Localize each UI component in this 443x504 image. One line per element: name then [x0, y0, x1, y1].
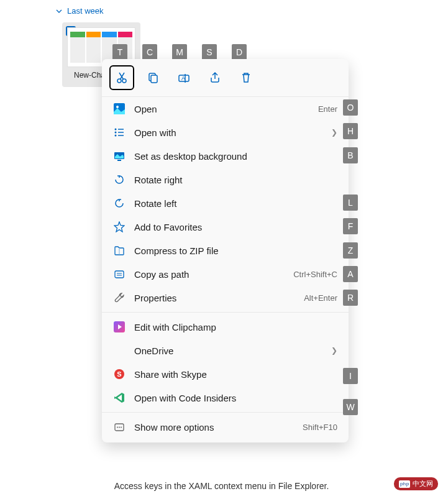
menu-label: Compress to ZIP file [134, 245, 337, 256]
svg-point-27 [117, 427, 118, 428]
access-key-compress: Z [343, 242, 358, 259]
trash-icon [240, 71, 252, 84]
menu-label: Set as desktop background [134, 151, 337, 162]
svg-point-1 [122, 79, 126, 83]
menu-label: Open with Code Insiders [134, 393, 337, 403]
share-button[interactable] [203, 65, 227, 90]
svg-point-10 [116, 106, 119, 108]
menu-show-more[interactable]: Show more options Shift+F10 [102, 415, 349, 439]
access-key-share: S [202, 44, 217, 60]
menu-shortcut: Ctrl+Shift+C [293, 270, 337, 279]
section-label: Last week [67, 6, 104, 16]
menu-open[interactable]: Open Enter [102, 97, 349, 121]
separator [102, 312, 349, 313]
context-menu: A Open Enter Open with ❯ Set as desktop … [102, 59, 349, 442]
watermark-text: 中文网 [413, 479, 433, 488]
scissors-icon [116, 71, 128, 84]
open-with-icon [113, 126, 126, 139]
svg-point-12 [115, 132, 117, 134]
menu-label: Add to Favorites [134, 222, 337, 232]
clipchamp-icon [113, 321, 126, 333]
menu-code-insiders[interactable]: Open with Code Insiders [102, 386, 349, 410]
php-logo-icon: php [399, 480, 410, 488]
onedrive-icon [113, 344, 126, 357]
section-header[interactable]: Last week [56, 6, 104, 16]
photo-icon [113, 103, 126, 115]
menu-label: Copy as path [134, 269, 293, 280]
access-key-background: B [343, 147, 358, 163]
menu-set-background[interactable]: Set as desktop background [102, 144, 349, 168]
access-key-code: W [343, 399, 358, 415]
menu-onedrive[interactable]: OneDrive ❯ [102, 339, 349, 362]
svg-rect-18 [117, 160, 121, 161]
menu-shortcut: Shift+F10 [303, 423, 337, 432]
cut-button[interactable] [109, 65, 134, 90]
menu-properties[interactable]: Properties Alt+Enter [102, 286, 349, 309]
zip-icon [113, 244, 126, 257]
copy-button[interactable] [140, 65, 165, 90]
access-key-favorites: F [343, 218, 358, 234]
copy-path-icon [113, 268, 126, 280]
wrench-icon [113, 291, 126, 304]
menu-label: Edit with Clipchamp [134, 322, 337, 332]
access-key-rename: M [172, 44, 187, 60]
menu-label: Rotate right [134, 175, 337, 185]
menu-favorites[interactable]: Add to Favorites [102, 215, 349, 239]
svg-point-28 [119, 427, 120, 428]
access-key-copy-path: A [343, 266, 358, 282]
svg-point-13 [115, 135, 117, 137]
access-key-cut: T [112, 44, 127, 60]
rename-button[interactable]: A [171, 65, 196, 90]
vscode-icon [113, 392, 126, 404]
svg-text:S: S [117, 370, 121, 378]
watermark: php 中文网 [394, 477, 438, 490]
svg-rect-20 [115, 271, 124, 278]
menu-label: Show more options [134, 422, 303, 433]
menu-label: Rotate left [134, 198, 337, 209]
svg-point-0 [117, 79, 121, 83]
more-icon [113, 421, 126, 433]
menu-shortcut: Enter [318, 104, 337, 114]
caption: Access keys in the XAML context menu in … [0, 481, 443, 491]
menu-label: OneDrive [134, 346, 331, 356]
rotate-right-icon [113, 173, 126, 186]
share-icon [209, 71, 221, 84]
rename-icon: A [178, 71, 190, 84]
menu-label: Properties [134, 293, 304, 303]
access-key-delete: D [232, 44, 247, 60]
chevron-right-icon: ❯ [331, 128, 337, 137]
menu-clipchamp[interactable]: Edit with Clipchamp [102, 315, 349, 339]
menu-copy-path[interactable]: Copy as path Ctrl+Shift+C [102, 262, 349, 286]
separator [102, 412, 349, 413]
star-icon [113, 221, 126, 233]
skype-icon: S [113, 368, 126, 380]
chevron-down-icon [56, 7, 63, 15]
menu-skype[interactable]: S Share with Skype [102, 362, 349, 386]
svg-text:A: A [181, 75, 185, 81]
rotate-left-icon [113, 197, 126, 209]
menu-label: Share with Skype [134, 369, 337, 380]
menu-label: Open [134, 104, 318, 114]
access-key-properties: R [343, 290, 358, 306]
menu-shortcut: Alt+Enter [304, 293, 337, 303]
menu-open-with[interactable]: Open with ❯ [102, 121, 349, 144]
chevron-right-icon: ❯ [331, 346, 337, 355]
menu-rotate-left[interactable]: Rotate left [102, 191, 349, 215]
access-key-open: O [343, 99, 358, 116]
svg-point-11 [115, 129, 117, 131]
menu-rotate-right[interactable]: Rotate right [102, 168, 349, 191]
delete-button[interactable] [234, 65, 258, 90]
access-key-rotate-left: L [343, 195, 358, 211]
svg-rect-5 [151, 75, 157, 83]
copy-icon [147, 71, 159, 84]
svg-point-29 [121, 427, 122, 428]
access-key-copy: C [142, 44, 157, 60]
desktop-icon [113, 150, 126, 162]
menu-label: Open with [134, 127, 331, 138]
access-key-open-with: H [343, 123, 358, 139]
menu-compress[interactable]: Compress to ZIP file [102, 239, 349, 262]
context-menu-toolbar: A [102, 63, 349, 97]
access-key-skype: I [343, 368, 358, 384]
